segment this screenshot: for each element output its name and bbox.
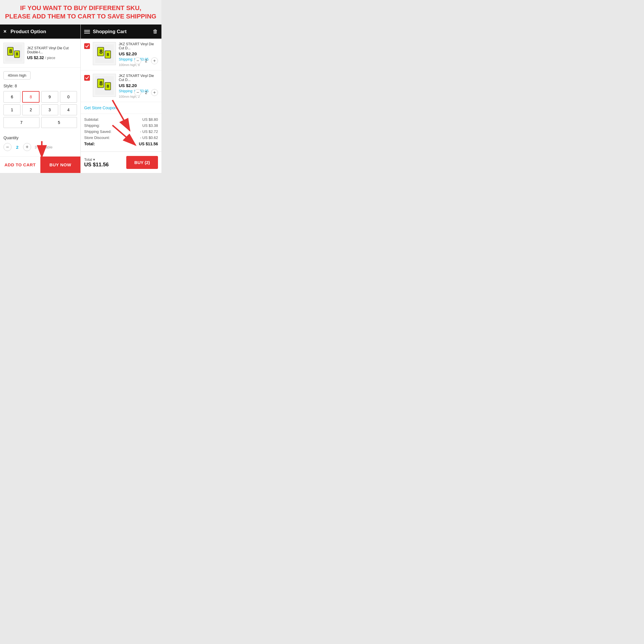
cart-item-price-2: US $2.20 [119,83,158,88]
trash-icon[interactable]: 🗑 [153,29,158,35]
product-price: US $2.32 / piece [27,55,77,60]
svg-text:8: 8 [9,48,12,54]
style-option-2[interactable]: 2 [22,104,39,115]
subtotal-row: Subtotal: US $8.80 [84,117,158,122]
style-option-1[interactable]: 1 [3,104,20,115]
quantity-available: 3 available [35,145,52,149]
banner: IF YOU WANT TO BUY DIFFERENT SKU, PLEASE… [0,0,161,25]
shipping-saved-label: Shipping Saved: [84,129,112,134]
cart-item: 8 8 JKZ STKART Vinyl Die Cut D... US $2.… [81,70,161,102]
chevron-down-icon: ▾ [93,157,95,162]
store-discount-row: Store Discount: - US $0.62 [84,135,158,140]
style-grid-row1: 6 8 9 0 [3,91,77,103]
quantity-row: − 2 + 3 available [3,143,77,151]
cart-total-area: Total ▾ US $11.56 [84,157,109,168]
shopping-cart-panel: Shopping Cart 🗑 [81,25,161,173]
menu-icon[interactable] [84,30,90,33]
product-option-header: × Product Option [0,25,80,39]
svg-text:8: 8 [99,48,103,55]
cart-title: Shopping Cart [93,29,150,35]
quantity-increase-button[interactable]: + [23,143,31,151]
quantity-decrease-button[interactable]: − [3,143,12,151]
shipping-label: Shipping: [84,123,100,128]
selected-option-tag[interactable]: 40mm high [3,71,31,80]
cart-item-price-1: US $2.20 [119,51,158,56]
cart-qty-value-1: 2 [144,59,148,63]
action-bar: ADD TO CART BUY NOW [0,156,80,173]
quantity-value: 2 [15,145,20,150]
svg-text:8: 8 [16,52,18,56]
total-row: Total: US $11.56 [84,142,158,146]
style-grid-row3: 7 5 [3,117,77,128]
cart-total-amount: US $11.56 [84,162,109,168]
product-info: 8 8 JKZ STKART Vinyl Die Cut Double-l...… [0,39,80,68]
product-thumbnail: 8 8 [3,43,24,63]
store-discount-value: - US $0.62 [140,135,158,140]
style-option-4[interactable]: 4 [60,104,77,115]
cart-qty-decrease-2[interactable]: − [134,89,141,96]
svg-text:8: 8 [107,84,109,88]
add-to-cart-button[interactable]: ADD TO CART [0,157,40,173]
style-option-5[interactable]: 5 [41,117,77,128]
total-label: Total: [84,142,95,146]
shipping-saved-row: Shipping Saved: - US $2.72 [84,129,158,134]
cart-items-list: 8 8 JKZ STKART Vinyl Die Cut D... US $2.… [81,39,161,152]
shipping-value: US $3.38 [142,123,158,128]
buy-now-button[interactable]: BUY NOW [40,157,81,173]
subtotal-label: Subtotal: [84,117,99,122]
style-grid-row2: 1 2 3 4 [3,104,77,115]
svg-text:8: 8 [99,80,103,86]
banner-text: IF YOU WANT TO BUY DIFFERENT SKU, PLEASE… [3,4,159,20]
cart-footer: Total ▾ US $11.56 BUY (2) [81,152,161,173]
cart-item-qty-2: − 2 + [134,89,158,96]
quantity-section: Quantity − 2 + 3 available [0,135,80,155]
product-name: JKZ STKART Vinyl Die Cut Double-l... [27,46,77,54]
style-option-6[interactable]: 6 [3,91,20,103]
cart-item-thumbnail-2: 8 8 [93,74,116,97]
style-option-0[interactable]: 0 [60,91,77,103]
style-option-9[interactable]: 9 [41,91,58,103]
subtotal-value: US $8.80 [142,117,158,122]
cart-qty-increase-1[interactable]: + [151,57,158,64]
cart-item: 8 8 JKZ STKART Vinyl Die Cut D... US $2.… [81,39,161,70]
cart-item-name-2: JKZ STKART Vinyl Die Cut D... [119,74,158,82]
buy-button[interactable]: BUY (2) [126,156,158,169]
cart-item-checkbox-2[interactable] [84,75,90,81]
cart-item-qty-1: − 2 + [134,57,158,64]
cart-total-label: Total ▾ [84,157,109,162]
style-option-3[interactable]: 3 [41,104,58,115]
cart-qty-increase-2[interactable]: + [151,89,158,96]
product-option-panel: × Product Option 8 8 [0,25,81,173]
cart-qty-decrease-1[interactable]: − [134,57,141,64]
shipping-row: Shipping: US $3.38 [84,123,158,128]
cart-item-name-1: JKZ STKART Vinyl Die Cut D... [119,42,158,50]
style-option-7[interactable]: 7 [3,117,39,128]
close-button[interactable]: × [3,29,7,35]
cart-summary: Subtotal: US $8.80 Shipping: US $3.38 Sh… [81,114,161,152]
product-details: JKZ STKART Vinyl Die Cut Double-l... US … [27,46,77,60]
option-section: 40mm high Style: 8 6 8 9 0 1 2 3 4 7 5 [0,68,80,135]
coupon-link[interactable]: Get Store Coupon [81,102,161,114]
style-option-8[interactable]: 8 [22,91,39,103]
total-value: US $11.56 [139,142,158,146]
cart-qty-value-2: 2 [144,90,148,95]
shipping-saved-value: - US $2.72 [140,129,158,134]
cart-header: Shopping Cart 🗑 [81,25,161,39]
cart-item-thumbnail-1: 8 8 [93,42,116,65]
quantity-label: Quantity [3,135,77,140]
style-label: Style: 8 [3,84,77,88]
cart-item-checkbox-1[interactable] [84,43,90,49]
svg-text:8: 8 [107,52,109,57]
store-discount-label: Store Discount: [84,135,110,140]
panel-title: Product Option [11,29,46,35]
